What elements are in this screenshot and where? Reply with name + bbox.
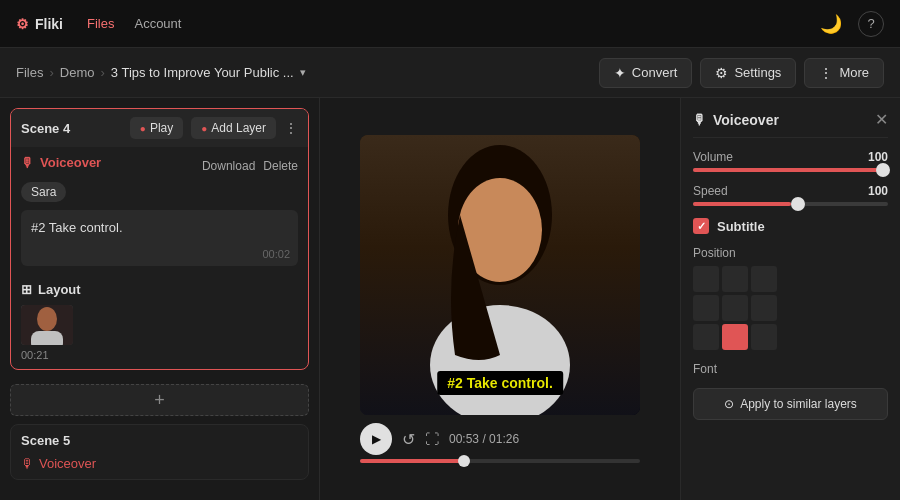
font-label: Font [693, 362, 888, 376]
nav-links: Files Account [87, 16, 181, 31]
breadcrumb: Files › Demo › 3 Tips to Improve Your Pu… [16, 65, 587, 80]
layout-thumb-img [21, 305, 73, 345]
pos-1-0[interactable] [693, 295, 719, 321]
svg-rect-2 [31, 331, 63, 345]
progress-fill [360, 459, 464, 463]
play-button[interactable]: ● Play [130, 117, 183, 139]
delete-button[interactable]: Delete [263, 159, 298, 173]
convert-icon: ✦ [614, 65, 626, 81]
speed-label-row: Speed 100 [693, 184, 888, 198]
scene4-more-button[interactable]: ⋮ [284, 120, 298, 136]
dark-mode-button[interactable]: 🌙 [820, 13, 842, 35]
pos-0-1[interactable] [722, 266, 748, 292]
progress-bar[interactable] [360, 459, 640, 463]
breadcrumb-current[interactable]: 3 Tips to Improve Your Public ... [111, 65, 294, 80]
volume-slider[interactable] [693, 168, 888, 172]
convert-label: Convert [632, 65, 678, 80]
pos-1-2[interactable] [751, 295, 777, 321]
layout-icon: ⊞ [21, 282, 32, 297]
left-panel: Scene 4 ● Play ● Add Layer ⋮ 🎙 [0, 98, 320, 500]
scene4-header: Scene 4 ● Play ● Add Layer ⋮ [11, 109, 308, 147]
more-button[interactable]: ⋮ More [804, 58, 884, 88]
right-panel-header: 🎙 Voiceover ✕ [693, 110, 888, 138]
download-button[interactable]: Download [202, 159, 255, 173]
settings-label: Settings [734, 65, 781, 80]
scene5-block: Scene 5 🎙 Voiceover [10, 424, 309, 480]
add-scene-icon: + [154, 390, 165, 411]
more-label: More [839, 65, 869, 80]
scene5-title: Scene 5 [21, 433, 70, 448]
convert-button[interactable]: ✦ Convert [599, 58, 693, 88]
scene4-actions: ● Play ● Add Layer ⋮ [130, 117, 298, 139]
volume-fill [693, 168, 888, 172]
add-scene-button[interactable]: + [10, 384, 309, 416]
scene-text-display[interactable]: #2 Take control. 00:02 [21, 210, 298, 266]
position-section: Position [693, 246, 888, 350]
scene-text: #2 Take control. [31, 220, 123, 235]
volume-thumb[interactable] [876, 163, 890, 177]
pos-2-1[interactable] [722, 324, 748, 350]
apply-similar-button[interactable]: ⊙ Apply to similar layers [693, 388, 888, 420]
settings-button[interactable]: ⚙ Settings [700, 58, 796, 88]
play-label: Play [150, 121, 173, 135]
panel-title-text: Voiceover [713, 112, 779, 128]
add-layer-button[interactable]: ● Add Layer [191, 117, 276, 139]
bar-actions: ✦ Convert ⚙ Settings ⋮ More [599, 58, 884, 88]
voiceover-actions: Download Delete [202, 159, 298, 173]
progress-thumb[interactable] [458, 455, 470, 467]
fullscreen-button[interactable]: ⛶ [425, 431, 439, 447]
speed-slider[interactable] [693, 202, 888, 206]
text-timestamp: 00:02 [262, 248, 290, 260]
breadcrumb-chevron[interactable]: ▾ [300, 66, 306, 79]
speed-label: Speed [693, 184, 728, 198]
speed-fill [693, 202, 791, 206]
subtitle-checkbox[interactable]: ✓ [693, 218, 709, 234]
breadcrumb-bar: Files › Demo › 3 Tips to Improve Your Pu… [0, 48, 900, 98]
pos-0-0[interactable] [693, 266, 719, 292]
scene4-title: Scene 4 [21, 121, 70, 136]
time-total: 01:26 [489, 432, 519, 446]
scene5-mic-icon: 🎙 [21, 456, 34, 471]
pos-1-1[interactable] [722, 295, 748, 321]
layout-thumbnail[interactable] [21, 305, 73, 345]
panel-close-button[interactable]: ✕ [875, 110, 888, 129]
replay-button[interactable]: ↺ [402, 430, 415, 449]
scene4-block: Scene 4 ● Play ● Add Layer ⋮ 🎙 [10, 108, 309, 370]
scene5-voiceover-label: 🎙 Voiceover [21, 456, 96, 471]
speed-control: Speed 100 [693, 184, 888, 206]
pos-2-2[interactable] [751, 324, 777, 350]
play-icon: ● [140, 123, 146, 134]
layout-section: ⊞ Layout 00:21 [11, 274, 308, 369]
speed-thumb[interactable] [791, 197, 805, 211]
add-layer-label: Add Layer [211, 121, 266, 135]
nav-account[interactable]: Account [134, 16, 181, 31]
svg-point-1 [37, 307, 57, 331]
volume-value: 100 [868, 150, 888, 164]
video-controls: ▶ ↺ ⛶ 00:53 / 01:26 [360, 423, 640, 455]
voiceover-section: 🎙 Voiceover Download Delete Sara #2 Take… [11, 147, 308, 274]
position-label: Position [693, 246, 888, 260]
video-play-button[interactable]: ▶ [360, 423, 392, 455]
position-grid [693, 266, 777, 350]
main-layout: Scene 4 ● Play ● Add Layer ⋮ 🎙 [0, 98, 900, 500]
apply-label: Apply to similar layers [740, 397, 857, 411]
settings-icon: ⚙ [715, 65, 728, 81]
voiceover-label: 🎙 Voiceover [21, 155, 101, 170]
speaker-tag[interactable]: Sara [21, 182, 66, 202]
nav-files[interactable]: Files [87, 16, 114, 31]
pos-2-0[interactable] [693, 324, 719, 350]
pos-0-2[interactable] [751, 266, 777, 292]
top-nav: ⚙ Fliki Files Account 🌙 ? [0, 0, 900, 48]
subtitle-row: ✓ Subtitle [693, 218, 888, 234]
panel-title: 🎙 Voiceover [693, 112, 779, 128]
help-button[interactable]: ? [858, 11, 884, 37]
breadcrumb-demo[interactable]: Demo [60, 65, 95, 80]
video-container: #2 Take control. [360, 135, 640, 415]
check-icon: ✓ [697, 220, 706, 233]
speed-value: 100 [868, 184, 888, 198]
breadcrumb-files[interactable]: Files [16, 65, 43, 80]
time-current: 00:53 [449, 432, 479, 446]
volume-label-row: Volume 100 [693, 150, 888, 164]
subtitle-overlay: #2 Take control. [437, 371, 563, 395]
scene5-header: Scene 5 [11, 425, 308, 456]
